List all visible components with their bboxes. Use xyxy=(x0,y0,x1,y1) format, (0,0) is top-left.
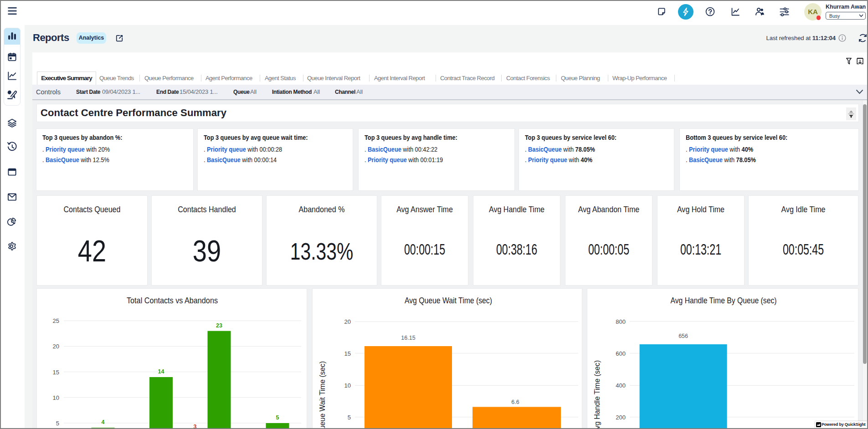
svg-text:15: 15 xyxy=(344,350,351,357)
svg-text:20: 20 xyxy=(344,318,351,325)
svg-text:Avg Queue Wait Time (sec): Avg Queue Wait Time (sec) xyxy=(318,361,326,429)
svg-text:Avg Handle Time By Queue (sec): Avg Handle Time By Queue (sec) xyxy=(671,296,777,305)
svg-text:10: 10 xyxy=(53,394,59,401)
svg-text:15: 15 xyxy=(53,369,59,376)
svg-text:20: 20 xyxy=(53,343,59,350)
svg-text:200: 200 xyxy=(616,414,626,421)
svg-text:10: 10 xyxy=(344,382,351,389)
svg-text:5: 5 xyxy=(276,414,279,421)
svg-text:6.6: 6.6 xyxy=(511,399,519,405)
svg-text:5: 5 xyxy=(348,414,351,421)
svg-text:Avg Handle Time (sec): Avg Handle Time (sec) xyxy=(593,360,601,429)
svg-text:Total Contacts vs Abandons: Total Contacts vs Abandons xyxy=(127,296,218,305)
svg-text:Avg Queue Wait Time (sec): Avg Queue Wait Time (sec) xyxy=(405,296,492,305)
svg-text:656: 656 xyxy=(678,333,688,339)
svg-text:16.15: 16.15 xyxy=(401,335,415,341)
svg-text:800: 800 xyxy=(616,318,626,325)
svg-text:600: 600 xyxy=(616,350,626,357)
svg-text:25: 25 xyxy=(53,317,59,324)
svg-text:14: 14 xyxy=(158,368,164,375)
svg-text:400: 400 xyxy=(616,382,626,389)
svg-text:4: 4 xyxy=(102,419,105,425)
svg-text:5: 5 xyxy=(56,420,59,427)
svg-text:23: 23 xyxy=(216,322,222,329)
